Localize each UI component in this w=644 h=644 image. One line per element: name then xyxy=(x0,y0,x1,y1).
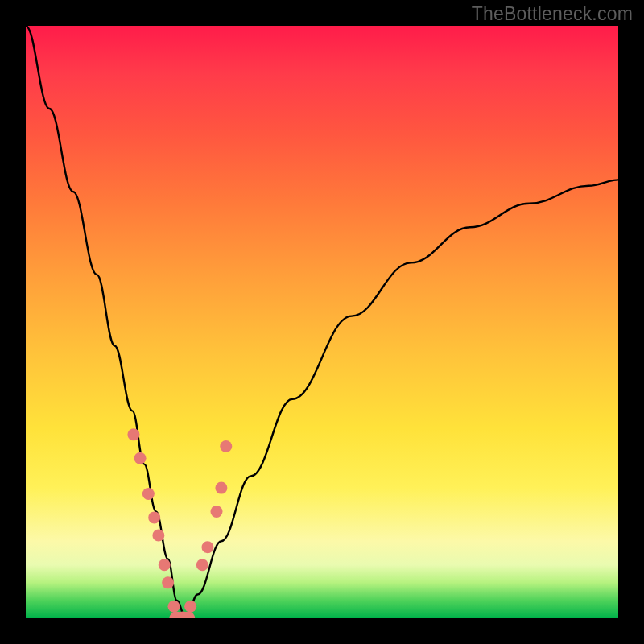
data-point-dot xyxy=(168,601,180,613)
data-point-dot xyxy=(220,440,232,452)
highlighted-dots-group xyxy=(127,428,232,618)
data-point-dot xyxy=(184,601,196,613)
chart-plot-area xyxy=(26,26,618,618)
chart-overlay-svg xyxy=(26,26,618,618)
data-point-dot xyxy=(127,428,139,440)
data-point-dot xyxy=(152,529,164,541)
data-point-dot xyxy=(196,559,208,571)
data-point-dot xyxy=(148,511,160,523)
data-point-dot xyxy=(134,452,147,464)
chart-frame: TheBottleneck.com xyxy=(0,0,644,644)
data-point-dot xyxy=(201,541,213,553)
bottleneck-curve xyxy=(26,26,618,618)
data-point-dot xyxy=(215,482,227,494)
data-point-dot xyxy=(162,576,174,588)
watermark-text: TheBottleneck.com xyxy=(472,3,633,25)
data-point-dot xyxy=(210,506,222,518)
data-point-dot xyxy=(159,559,171,571)
data-point-dot xyxy=(142,488,155,500)
